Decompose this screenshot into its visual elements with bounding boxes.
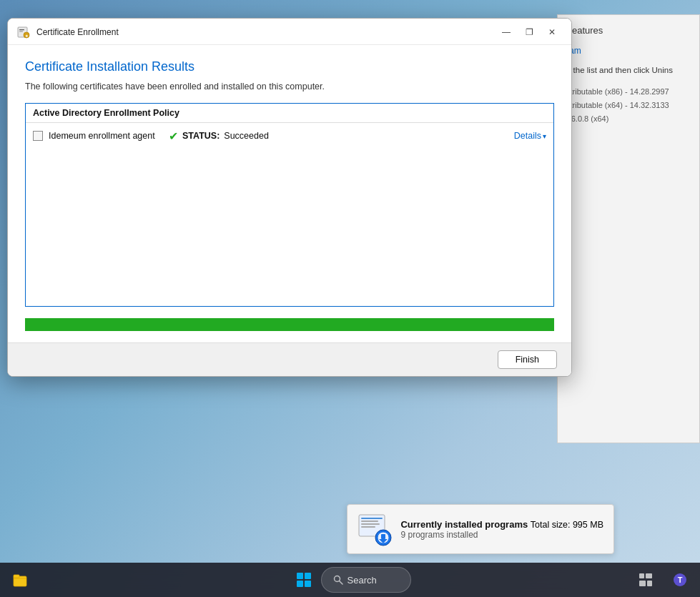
svg-rect-18: [297, 581, 303, 587]
svg-rect-1: [19, 29, 24, 30]
dialog-footer: Finish: [8, 342, 571, 376]
search-bar[interactable]: Search: [321, 567, 411, 593]
progress-bar-fill: [25, 318, 554, 331]
status-value: Succeeded: [224, 131, 269, 141]
programs-title-line: Currently installed programs Total size:…: [400, 519, 603, 530]
bg-features-label: Features: [566, 24, 691, 39]
bg-program-3: - 6.0.8 (x64): [566, 112, 691, 126]
task-view-icon: [639, 573, 653, 587]
enrollment-table-header: Active Directory Enrollment Policy: [26, 104, 553, 123]
search-label: Search: [347, 575, 377, 586]
window-controls: — ❐ ✕: [496, 24, 563, 40]
svg-rect-25: [647, 581, 652, 586]
enrollment-spacer: [26, 149, 553, 306]
svg-rect-24: [639, 581, 646, 586]
desktop: Features ram n the list and then click U…: [0, 0, 700, 597]
svg-rect-8: [361, 523, 380, 525]
svg-text:T: T: [678, 576, 683, 584]
enrollment-row: Idemeum enrollment agent ✔ STATUS: Succe…: [26, 123, 553, 149]
task-view-button[interactable]: [631, 566, 660, 594]
taskbar: Search T: [0, 563, 700, 597]
svg-rect-12: [381, 534, 385, 539]
start-button[interactable]: [290, 566, 318, 594]
taskbar-center: Search: [290, 566, 411, 594]
dialog-description: The following certificates have been enr…: [25, 82, 554, 92]
svg-rect-23: [646, 573, 652, 578]
teams-icon: T: [672, 572, 688, 588]
cert-name: Idemeum enrollment agent: [49, 131, 163, 141]
details-link[interactable]: Details ▾: [514, 131, 546, 141]
finish-button[interactable]: Finish: [498, 350, 557, 369]
status-label: STATUS:: [182, 131, 220, 141]
svg-rect-17: [305, 573, 311, 579]
teams-button[interactable]: T: [666, 566, 694, 594]
maximize-button[interactable]: ❐: [518, 24, 540, 40]
bg-program-1: stributable (x86) - 14.28.2997: [566, 85, 691, 99]
programs-icon: [358, 512, 392, 546]
bg-instruction: n the list and then click Unins: [566, 64, 691, 77]
programs-info: Currently installed programs Total size:…: [400, 519, 603, 540]
enrollment-status-area: ✔ STATUS: Succeeded Details ▾: [169, 129, 546, 143]
programs-count: 9 programs installed: [400, 530, 603, 540]
svg-rect-6: [361, 518, 383, 519]
svg-rect-9: [361, 526, 375, 528]
svg-rect-16: [297, 573, 303, 579]
checkmark-icon: ✔: [169, 129, 178, 143]
windows-logo-icon: [295, 571, 312, 588]
svg-rect-22: [639, 573, 644, 578]
close-button[interactable]: ✕: [541, 24, 563, 40]
svg-rect-15: [14, 575, 19, 578]
certificate-icon: ★: [17, 26, 30, 39]
file-explorer-icon: [12, 572, 28, 588]
svg-rect-2: [19, 31, 23, 32]
bg-program-list: stributable (x86) - 14.28.2997 stributab…: [566, 85, 691, 125]
taskbar-left: [6, 566, 34, 594]
programs-size-label: Total size: 995 MB: [531, 520, 603, 530]
taskbar-right: T: [631, 566, 694, 594]
file-explorer-taskbar-button[interactable]: [6, 566, 34, 594]
svg-line-21: [339, 581, 342, 585]
svg-rect-19: [305, 581, 311, 587]
minimize-button[interactable]: —: [496, 24, 517, 40]
programs-icon-svg: [358, 512, 392, 546]
background-panel: Features ram n the list and then click U…: [557, 14, 700, 443]
dialog-icon: ★: [16, 25, 31, 39]
progress-bar-container: [25, 318, 554, 331]
programs-title: Currently installed programs: [400, 519, 528, 530]
enrollment-table: Active Directory Enrollment Policy Ideme…: [25, 103, 554, 307]
enrollment-checkbox[interactable]: [33, 131, 43, 141]
dialog-body: Certificate Installation Results The fol…: [8, 45, 571, 342]
installed-programs-box: Currently installed programs Total size:…: [347, 504, 614, 554]
dialog-titlebar: ★ Certificate Enrollment — ❐ ✕: [8, 19, 571, 45]
dialog-heading: Certificate Installation Results: [25, 59, 554, 74]
search-icon: [333, 575, 343, 585]
bg-program-2: stributable (x64) - 14.32.3133: [566, 99, 691, 112]
bg-link[interactable]: ram: [566, 44, 691, 58]
svg-rect-7: [361, 520, 378, 522]
dialog-title: Certificate Enrollment: [36, 27, 490, 37]
certificate-enrollment-dialog: ★ Certificate Enrollment — ❐ ✕ Certifica…: [7, 18, 572, 377]
